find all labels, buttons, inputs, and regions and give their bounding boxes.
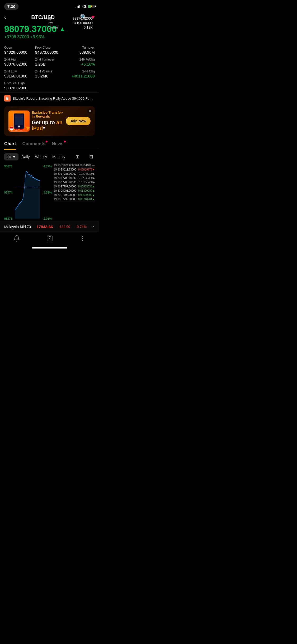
chart-svg	[15, 163, 40, 222]
bottom-ticker[interactable]: Malaysia Mid 70 17843.66 -132.99 -0.74% …	[0, 222, 99, 232]
y-label-high: 98876	[4, 165, 12, 168]
trade-vol: 0.05390000▲	[78, 189, 95, 192]
ticker-change1: -132.99	[59, 225, 70, 229]
ad-title: Get up to an iPad*	[32, 119, 64, 132]
tab-news[interactable]: News	[52, 141, 63, 150]
svg-point-5	[82, 240, 83, 241]
news-ticker[interactable]: 📋 Bitcoin's Record-Breaking Rally Above …	[0, 92, 99, 104]
stat-24h-low-label: 24H Low	[4, 70, 33, 73]
stat-24h-chg: 24H Chg +4811.21000	[66, 70, 95, 78]
trade-row-5: 19:30 97797.00000 0.00533333▲	[54, 185, 95, 189]
trade-time: 19:30	[54, 181, 61, 184]
tabs-section: Chart Comments News	[0, 138, 99, 150]
trade-time: 19:30	[54, 194, 61, 196]
trade-row-7: 19:30 97795.00000 0.00630300▲	[54, 193, 95, 197]
trade-time: 19:30	[54, 189, 61, 192]
trade-vol: 0.02045300◆	[79, 172, 95, 175]
trade-price: 97785.00000	[61, 177, 79, 180]
trade-vol: 0.02045300◆	[79, 177, 95, 180]
alert-button[interactable]	[13, 235, 20, 242]
stat-prev-close-value: 94373.00000	[35, 50, 64, 54]
trade-price: 97785.00000	[61, 172, 79, 175]
ticker-name: Malaysia Mid 70	[4, 225, 31, 229]
ticker-price: 17843.66	[36, 224, 53, 229]
battery-bolt-icon: ⚡	[90, 5, 93, 8]
ad-close-button[interactable]: ✕	[87, 108, 93, 114]
tab-comments-label: Comments	[22, 141, 45, 146]
stat-24h-pctchg: 24H %Chg +5.16%	[66, 58, 95, 66]
stat-24h-turnover-value: 1.26B	[35, 62, 64, 66]
y-label-mid: 97574	[4, 191, 12, 194]
svg-point-3	[82, 236, 83, 237]
trade-time: 19:30	[54, 172, 61, 175]
stats-grid: Open 94328.60000 Prev Close 94373.00000 …	[4, 46, 95, 90]
trade-price: 97785.00000	[61, 181, 79, 184]
trade-header: 19:30 79000.00000 0.00104184 —	[54, 163, 95, 168]
trade-time: 19:30	[54, 198, 61, 201]
stat-24h-high-value: 98376.02000	[4, 62, 33, 66]
stat-24h-volume-label: 24H Volume	[35, 70, 64, 73]
period-daily-button[interactable]: Daily	[20, 153, 32, 160]
stat-open-label: Open	[4, 46, 33, 49]
stat-turnover-label: Turnover	[66, 46, 95, 49]
battery-icon: ⚡	[88, 5, 95, 8]
news-icon: 📋	[4, 95, 11, 102]
high-row: High 98376.02000	[46, 16, 93, 20]
trade-vol: 0.00630300▲	[78, 194, 95, 196]
stat-24h-high: 24H High 98376.02000	[4, 58, 33, 66]
low-row: Low 94100.00000	[46, 21, 93, 25]
stat-hist-high-value: 98376.02000	[4, 86, 33, 90]
home-bar	[32, 247, 67, 249]
trade-price: 98001.00000	[61, 189, 78, 192]
stat-24h-turnover: 24H Turnover 1.26B	[35, 58, 64, 66]
trade-time: 19:30	[54, 168, 61, 171]
low-label: Low	[46, 21, 53, 25]
stat-prev-close-label: Prev Close	[35, 46, 64, 49]
trade-time: 19:30	[54, 177, 61, 180]
status-time: 7:30	[4, 3, 18, 10]
y-label-low: 96273	[4, 217, 12, 220]
stat-24h-low: 24H Low 93166.81000	[4, 70, 33, 78]
price-change: +3706.37000 +3.93%	[4, 35, 95, 39]
trade-row-3: 19:30 97785.00000 0.02045300◆	[54, 176, 95, 180]
stat-24h-high-label: 24H High	[4, 58, 33, 61]
ad-content: Exclusive Transfer-in Rewards Get up to …	[30, 111, 66, 132]
volume-label: Volume	[46, 25, 58, 29]
ad-image: 📈 🌸 ➤	[8, 111, 30, 132]
comments-dot-indicator	[46, 141, 48, 142]
chart-settings-icon[interactable]: ⊟	[88, 153, 95, 161]
back-button[interactable]: ‹	[4, 14, 6, 20]
trade-vol: 0.00740201▲	[78, 198, 95, 201]
trade-row-2: 19:30 97785.00000 0.02045300◆	[54, 172, 95, 176]
chart-controls: 1D ▼ Daily Weekly Monthly ⊞ ⊟	[0, 150, 99, 163]
tab-chart[interactable]: Chart	[4, 141, 16, 150]
news-text: Bitcoin's Record-Breaking Rally Above $9…	[13, 96, 95, 100]
chart-compare-icon[interactable]: ⊞	[74, 153, 81, 161]
share-button[interactable]	[46, 235, 53, 242]
signal-bars-icon	[76, 5, 80, 8]
hlv-panel: High 98376.02000 Low 94100.00000 Volume …	[46, 16, 93, 30]
trade-vol: 0.01958400◆	[79, 181, 95, 184]
trade-time: 19:30	[54, 185, 61, 188]
period-monthly-button[interactable]: Monthly	[50, 153, 67, 160]
tab-comments[interactable]: Comments	[22, 141, 45, 150]
stat-turnover: Turnover 589.90M	[66, 46, 95, 54]
stat-prev-close: Prev Close 94373.00000	[35, 46, 64, 54]
stat-24h-pctchg-label: 24H %Chg	[66, 58, 95, 61]
period-weekly-button[interactable]: Weekly	[33, 153, 49, 160]
chart-container: 98876 97574 96273 4.77% 3.39% 2.01% 19:3…	[0, 163, 99, 222]
trade-list: 19:30 79000.00000 0.00104184 — 19:30 980…	[54, 163, 95, 222]
tab-news-label: News	[52, 141, 63, 146]
period-1d-button[interactable]: 1D ▼	[4, 153, 18, 160]
stat-open: Open 94328.60000	[4, 46, 33, 54]
trade-row-4: 19:30 97785.00000 0.01958400◆	[54, 180, 95, 185]
ad-join-button[interactable]: Join Now	[66, 117, 91, 125]
trade-row-8: 19:30 97795.00000 0.00740201▲	[54, 197, 95, 201]
trade-vol: 0.01029875▼	[78, 168, 95, 171]
stat-24h-volume-value: 13.26K	[35, 74, 64, 78]
stats-section: Open 94328.60000 Prev Close 94373.00000 …	[0, 42, 99, 92]
stat-24h-chg-value: +4811.21000	[66, 74, 95, 78]
more-button[interactable]	[79, 235, 86, 242]
ticker-expand-icon[interactable]: ∧	[92, 225, 95, 229]
stat-hist-high: Historical High 98376.02000	[4, 81, 33, 90]
